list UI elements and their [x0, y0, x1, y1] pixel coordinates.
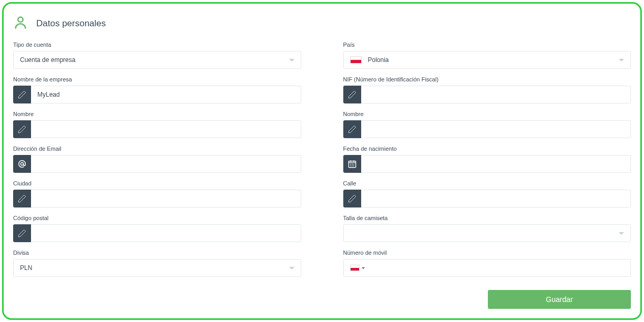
company-name-input[interactable]: MyLead	[31, 86, 301, 103]
save-button[interactable]: Guardar	[488, 290, 631, 309]
country-select[interactable]: Polonia	[343, 51, 631, 69]
pencil-icon	[13, 190, 31, 207]
chevron-down-icon	[289, 267, 294, 269]
at-icon	[13, 155, 31, 173]
chevron-down-icon	[362, 267, 365, 269]
chevron-down-icon	[619, 232, 624, 235]
city-label: Ciudad	[13, 180, 301, 186]
account-type-label: Tipo de cuenta	[13, 41, 301, 48]
shirt-select[interactable]	[343, 224, 631, 242]
poland-flag-icon	[350, 265, 360, 271]
email-input[interactable]	[31, 155, 301, 173]
chevron-down-icon	[289, 59, 294, 61]
pencil-icon	[343, 120, 361, 138]
company-name-value: MyLead	[37, 91, 294, 98]
pencil-icon	[343, 190, 361, 207]
company-name-label: Nombre de la empresa	[13, 76, 301, 82]
city-input[interactable]	[31, 190, 301, 207]
postal-label: Código postal	[13, 215, 301, 221]
svg-point-0	[18, 17, 23, 22]
poland-flag-icon	[350, 56, 362, 64]
account-type-value: Cuenta de empresa	[20, 56, 75, 64]
birthdate-input[interactable]	[361, 155, 631, 173]
pencil-icon	[13, 86, 31, 103]
nif-label: NIF (Número de Identificación Fiscal)	[343, 76, 631, 82]
postal-input[interactable]	[31, 224, 301, 242]
first-name-label: Nombre	[13, 111, 301, 117]
country-label: País	[343, 41, 631, 48]
mobile-input[interactable]	[343, 259, 631, 277]
phone-country-selector[interactable]	[350, 265, 365, 271]
user-icon	[13, 15, 28, 32]
currency-select[interactable]: PLN	[13, 259, 301, 277]
country-value: Polonia	[368, 56, 389, 64]
street-input[interactable]	[361, 190, 631, 207]
mobile-label: Número de móvil	[343, 250, 631, 256]
account-type-select[interactable]: Cuenta de empresa	[13, 51, 301, 69]
pencil-icon	[13, 224, 31, 242]
first-name-input[interactable]	[31, 120, 301, 138]
svg-point-1	[21, 162, 23, 165]
nif-input[interactable]	[361, 86, 631, 103]
currency-label: Divisa	[13, 250, 301, 256]
pencil-icon	[13, 120, 31, 138]
birthdate-label: Fecha de nacimiento	[343, 146, 631, 152]
currency-value: PLN	[20, 264, 32, 272]
email-label: Dirección de Email	[13, 146, 301, 152]
calendar-icon	[343, 155, 361, 173]
name2-label: Nombre	[343, 111, 631, 117]
street-label: Calle	[343, 180, 631, 186]
page-title: Datos personales	[36, 18, 106, 29]
pencil-icon	[343, 86, 361, 103]
chevron-down-icon	[619, 59, 624, 61]
name2-input[interactable]	[361, 120, 631, 138]
shirt-label: Talla de camiseta	[343, 215, 631, 221]
